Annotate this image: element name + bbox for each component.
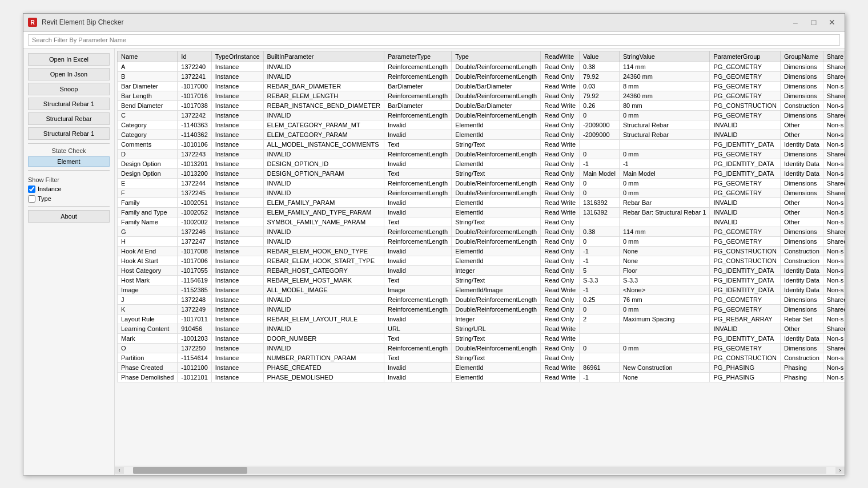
- open-excel-button[interactable]: Open In Excel: [28, 53, 110, 66]
- table-cell: 0.26: [580, 100, 620, 110]
- table-cell: Non-s: [823, 314, 845, 324]
- table-row[interactable]: Bar Diameter-1017000InstanceREBAR_BAR_DI…: [118, 81, 845, 91]
- table-cell: 114 mm: [619, 62, 710, 71]
- instance-checkbox[interactable]: [28, 185, 35, 193]
- table-row[interactable]: K1372249InstanceINVALIDReinforcementLeng…: [118, 304, 845, 314]
- table-row[interactable]: A1372240InstanceINVALIDReinforcementLeng…: [118, 62, 845, 71]
- scroll-left-btn[interactable]: ‹: [115, 467, 124, 474]
- table-row[interactable]: B1372241InstanceINVALIDReinforcementLeng…: [118, 71, 845, 81]
- table-cell: Text: [384, 139, 451, 149]
- about-button[interactable]: About: [28, 210, 110, 223]
- table-cell: -1017000: [178, 81, 212, 91]
- table-cell: Bend Diameter: [118, 100, 178, 110]
- table-cell: Instance: [211, 265, 263, 275]
- table-cell: INVALID: [263, 188, 384, 197]
- table-row[interactable]: Bar Length-1017016InstanceREBAR_ELEM_LEN…: [118, 91, 845, 100]
- table-row[interactable]: F1372245InstanceINVALIDReinforcementLeng…: [118, 188, 845, 197]
- table-cell: PG_GEOMETRY: [710, 91, 781, 100]
- table-cell: -1012101: [178, 372, 212, 382]
- table-row[interactable]: Hook At Start-1017006InstanceREBAR_ELEM_…: [118, 256, 845, 265]
- table-row[interactable]: Hook At End-1017008InstanceREBAR_ELEM_HO…: [118, 246, 845, 256]
- table-cell: Category: [118, 120, 178, 130]
- table-cell: Identity Data: [781, 275, 823, 285]
- table-cell: C: [118, 110, 178, 120]
- table-row[interactable]: Design Option-1013200InstanceDESIGN_OPTI…: [118, 168, 845, 178]
- table-container[interactable]: Name Id TypeOrInstance BuiltInParameter …: [115, 49, 845, 466]
- table-row[interactable]: Learning Content910456InstanceINVALIDURL…: [118, 324, 845, 333]
- structural-rebar-button[interactable]: Structural Rebar: [28, 112, 110, 125]
- table-cell: Dimensions: [781, 81, 823, 91]
- col-parametergroup: ParameterGroup: [710, 51, 781, 62]
- table-row[interactable]: Family and Type-1002052InstanceELEM_FAMI…: [118, 207, 845, 217]
- table-row[interactable]: Partition-1154614InstanceNUMBER_PARTITIO…: [118, 353, 845, 362]
- table-cell: ElementId: [452, 362, 541, 372]
- structural-rebar-1a-button[interactable]: Structural Rebar 1: [28, 98, 110, 110]
- table-row[interactable]: C1372242InstanceINVALIDReinforcementLeng…: [118, 110, 845, 120]
- element-button[interactable]: Element: [28, 156, 110, 167]
- table-row[interactable]: Host Category-1017055InstanceREBAR_HOST_…: [118, 265, 845, 275]
- table-cell: Rebar Bar: Structural Rebar 1: [619, 207, 710, 217]
- table-row[interactable]: Category-1140363InstanceELEM_CATEGORY_PA…: [118, 120, 845, 130]
- table-cell: 0.38: [580, 227, 620, 236]
- table-cell: INVALID: [263, 227, 384, 236]
- structural-rebar-1b-button[interactable]: Structural Rebar 1: [28, 127, 110, 140]
- scrollbar-track[interactable]: [133, 467, 826, 474]
- table-row[interactable]: Mark-1001203InstanceDOOR_NUMBERTextStrin…: [118, 333, 845, 343]
- search-input[interactable]: [28, 34, 840, 46]
- table-cell: Dimensions: [781, 236, 823, 246]
- table-row[interactable]: Family Name-1002002InstanceSYMBOL_FAMILY…: [118, 217, 845, 227]
- scrollbar-thumb[interactable]: [133, 467, 247, 474]
- table-cell: Non-s: [823, 285, 845, 295]
- table-cell: Read Only: [541, 159, 580, 168]
- minimize-button[interactable]: –: [787, 16, 803, 29]
- table-row[interactable]: Design Option-1013201InstanceDESIGN_OPTI…: [118, 159, 845, 168]
- table-row[interactable]: O1372250InstanceINVALIDReinforcementLeng…: [118, 343, 845, 353]
- table-cell: Identity Data: [781, 168, 823, 178]
- scroll-right-btn[interactable]: ›: [835, 467, 845, 474]
- col-groupname: GroupName: [781, 51, 823, 62]
- table-row[interactable]: Host Mark-1154619InstanceREBAR_ELEM_HOST…: [118, 275, 845, 285]
- table-cell: ReinforcementLength: [384, 178, 451, 188]
- table-cell: Shared: [823, 188, 845, 197]
- table-cell: Instance: [211, 314, 263, 324]
- table-cell: PG_CONSTRUCTION: [710, 353, 781, 362]
- table-row[interactable]: Comments-1010106InstanceALL_MODEL_INSTAN…: [118, 139, 845, 149]
- snoop-button[interactable]: Snoop: [28, 83, 110, 95]
- table-cell: ReinforcementLength: [384, 149, 451, 159]
- table-cell: Read Only: [541, 314, 580, 324]
- table-cell: Read Only: [541, 246, 580, 256]
- horizontal-scrollbar[interactable]: ‹ ›: [115, 466, 845, 475]
- type-checkbox[interactable]: [28, 195, 35, 203]
- table-cell: -1140362: [178, 130, 212, 139]
- table-row[interactable]: Phase Demolished-1012101InstancePHASE_DE…: [118, 372, 845, 382]
- table-row[interactable]: Bend Diameter-1017038InstanceREBAR_INSTA…: [118, 100, 845, 110]
- table-row[interactable]: D1372243InstanceINVALIDReinforcementLeng…: [118, 149, 845, 159]
- table-cell: 24360 mm: [619, 71, 710, 81]
- table-row[interactable]: Image-1152385InstanceALL_MODEL_IMAGEImag…: [118, 285, 845, 295]
- table-cell: 1372250: [178, 343, 212, 353]
- type-checkbox-label: Type: [38, 195, 51, 202]
- table-row[interactable]: H1372247InstanceINVALIDReinforcementLeng…: [118, 236, 845, 246]
- table-cell: Read Only: [541, 120, 580, 130]
- table-row[interactable]: Phase Created-1012100InstancePHASE_CREAT…: [118, 362, 845, 372]
- close-button[interactable]: ✕: [824, 16, 840, 29]
- table-row[interactable]: J1372248InstanceINVALIDReinforcementLeng…: [118, 295, 845, 304]
- table-row[interactable]: E1372244InstanceINVALIDReinforcementLeng…: [118, 178, 845, 188]
- table-row[interactable]: Layout Rule-1017011InstanceREBAR_ELEM_LA…: [118, 314, 845, 324]
- table-cell: 76 mm: [619, 295, 710, 304]
- col-id: Id: [178, 51, 212, 62]
- table-row[interactable]: Family-1002051InstanceELEM_FAMILY_PARAMI…: [118, 197, 845, 207]
- table-cell: PG_PHASING: [710, 372, 781, 382]
- table-cell: Family: [118, 197, 178, 207]
- restore-button[interactable]: □: [806, 16, 822, 29]
- table-cell: Instance: [211, 178, 263, 188]
- table-cell: 1372246: [178, 227, 212, 236]
- window-title: Revit Element Bip Checker: [42, 18, 123, 26]
- table-row[interactable]: G1372246InstanceINVALIDReinforcementLeng…: [118, 227, 845, 236]
- table-cell: ReinforcementLength: [384, 236, 451, 246]
- table-cell: Text: [384, 168, 451, 178]
- open-json-button[interactable]: Open In Json: [28, 68, 110, 80]
- table-row[interactable]: Category-1140362InstanceELEM_CATEGORY_PA…: [118, 130, 845, 139]
- table-cell: Instance: [211, 100, 263, 110]
- table-cell: INVALID: [710, 197, 781, 207]
